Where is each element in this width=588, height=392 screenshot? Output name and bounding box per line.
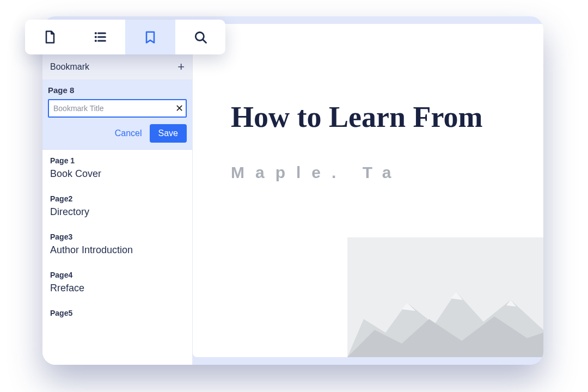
bookmark-list[interactable]: Page 1 Book Cover Page2 Directory Page3 … (42, 150, 192, 365)
bookmark-title: Author Introduction (50, 244, 185, 256)
bookmark-sidebar: Bookmark + Page 8 ✕ Cancel Save Page 1 B… (42, 16, 193, 365)
new-bookmark-page-label: Page 8 (48, 85, 187, 95)
bookmark-page: Page3 (50, 232, 185, 241)
document-subtitle: Maple. Ta (231, 163, 543, 182)
bookmark-item[interactable]: Page 1 Book Cover (42, 150, 192, 188)
bookmark-title-input-wrap: ✕ (48, 99, 187, 118)
new-bookmark-panel: Page 8 ✕ Cancel Save (42, 80, 192, 150)
bookmark-page: Page4 (50, 271, 185, 279)
svg-point-7 (95, 36, 97, 38)
document-viewport[interactable]: How to Learn From Maple. Ta (193, 24, 543, 357)
svg-point-8 (95, 40, 97, 42)
cancel-button[interactable]: Cancel (115, 128, 142, 138)
search-tab[interactable] (175, 20, 225, 54)
bookmark-title: Rreface (50, 283, 185, 294)
save-button[interactable]: Save (150, 124, 187, 143)
bookmark-page: Page5 (50, 309, 185, 317)
mountain-illustration (347, 237, 543, 357)
search-icon (193, 29, 208, 45)
new-bookmark-actions: Cancel Save (48, 124, 187, 143)
bookmark-item[interactable]: Page4 Rreface (42, 264, 192, 302)
clear-input-icon[interactable]: ✕ (175, 103, 183, 113)
view-toolbar (25, 20, 225, 54)
svg-point-6 (95, 32, 97, 34)
bookmark-item[interactable]: Page5 (42, 302, 192, 329)
add-bookmark-icon[interactable]: + (177, 60, 185, 74)
page-icon (42, 29, 58, 45)
thumbnails-tab[interactable] (25, 20, 75, 54)
bookmark-title: Directory (50, 206, 185, 218)
app-frame: Bookmark + Page 8 ✕ Cancel Save Page 1 B… (42, 16, 543, 365)
bookmark-title: Book Cover (50, 168, 185, 180)
bookmark-icon (143, 29, 158, 45)
svg-line-13 (203, 40, 206, 43)
outline-tab[interactable] (75, 20, 125, 54)
list-icon (93, 29, 108, 45)
bookmark-tab[interactable] (125, 20, 175, 54)
sidebar-header: Bookmark + (42, 54, 192, 80)
bookmark-item[interactable]: Page2 Directory (42, 188, 192, 226)
bookmark-page: Page2 (50, 194, 185, 203)
sidebar-title: Bookmark (50, 62, 89, 72)
bookmark-title-input[interactable] (48, 99, 187, 118)
bookmark-page: Page 1 (50, 156, 185, 165)
bookmark-item[interactable]: Page3 Author Introduction (42, 226, 192, 264)
document-title: How to Learn From (231, 100, 543, 134)
